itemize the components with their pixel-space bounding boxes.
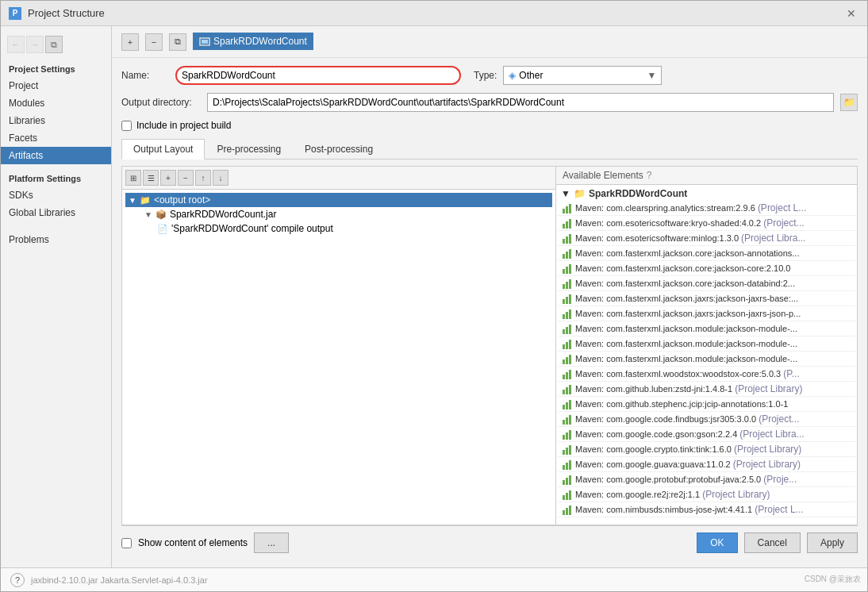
list-item[interactable]: Maven: com.fasterxml.jackson.core:jackso… xyxy=(558,276,855,291)
list-item[interactable]: Maven: com.fasterxml.jackson.core:jackso… xyxy=(558,261,855,276)
list-item[interactable]: Maven: com.esotericsoftware:minlog:1.3.0… xyxy=(558,231,855,246)
tab-output-layout[interactable]: Output Layout xyxy=(121,139,205,160)
type-icon: ◈ xyxy=(509,70,516,81)
group-expand-arrow: ▼ xyxy=(561,188,570,199)
root-label: <output root> xyxy=(154,194,210,206)
tree-layout-btn[interactable]: ⊞ xyxy=(125,170,141,186)
help-button[interactable]: ? xyxy=(10,573,25,587)
tree-remove-btn[interactable]: − xyxy=(178,170,194,186)
include-project-build-label[interactable]: Include in project build xyxy=(136,120,231,131)
copy-button[interactable]: ⧉ xyxy=(45,36,63,53)
cancel-button[interactable]: Cancel xyxy=(744,532,801,553)
artifact-name: SparkRDDWordCount xyxy=(213,36,307,47)
list-item[interactable]: Maven: com.google.protobuf:protobuf-java… xyxy=(558,472,855,487)
tabs: Output Layout Pre-processing Post-proces… xyxy=(121,139,858,160)
ok-button[interactable]: OK xyxy=(697,532,737,553)
avail-item-text: Maven: com.fasterxml.jackson.core:jackso… xyxy=(575,279,795,288)
remove-artifact-button[interactable]: − xyxy=(145,33,163,51)
tab-post-processing[interactable]: Post-processing xyxy=(293,139,385,159)
apply-button[interactable]: Apply xyxy=(807,532,858,553)
sidebar-item-project[interactable]: Project xyxy=(1,77,111,94)
show-content-label[interactable]: Show content of elements xyxy=(138,537,248,548)
show-content-checkbox[interactable] xyxy=(121,538,132,548)
list-item[interactable]: Maven: com.github.luben:zstd-jni:1.4.8-1… xyxy=(558,382,855,397)
output-dir-browse-button[interactable]: 📁 xyxy=(840,94,858,111)
list-item[interactable]: Maven: com.google.crypto.tink:tink:1.6.0… xyxy=(558,442,855,457)
sidebar-item-modules[interactable]: Modules xyxy=(1,94,111,112)
maven-icon xyxy=(561,293,572,304)
list-item[interactable]: Maven: com.fasterxml.jackson.core:jackso… xyxy=(558,246,855,261)
list-item[interactable]: Maven: com.esotericsoftware:kryo-shaded:… xyxy=(558,216,855,231)
maven-icon xyxy=(561,429,572,440)
avail-item-text: Maven: com.fasterxml.jackson.jaxrs:jacks… xyxy=(575,294,798,303)
back-button[interactable]: ← xyxy=(7,36,25,53)
bottom-bar: Show content of elements ... OK Cancel A… xyxy=(121,525,858,559)
sidebar-item-sdks[interactable]: SDKs xyxy=(1,186,111,204)
tab-pre-processing[interactable]: Pre-processing xyxy=(205,139,293,159)
list-item[interactable]: Maven: com.clearspring.analytics:stream:… xyxy=(558,201,855,216)
status-bar: ? jaxbind-2.10.0.jar Jakarta.Servlet-api… xyxy=(1,567,867,591)
name-input[interactable] xyxy=(175,66,461,85)
sidebar-item-facets[interactable]: Facets xyxy=(1,129,111,147)
avail-item-text: Maven: com.fasterxml.jackson.module:jack… xyxy=(575,354,797,363)
avail-item-text: Maven: com.google.protobuf:protobuf-java… xyxy=(575,474,797,485)
svg-rect-1 xyxy=(202,40,208,44)
tree-up-btn[interactable]: ↑ xyxy=(195,170,211,186)
output-dir-label: Output directory: xyxy=(121,97,201,108)
avail-item-text: Maven: com.google.code.findbugs:jsr305:3… xyxy=(575,413,800,425)
list-item[interactable]: Maven: com.fasterxml.woodstox:woodstox-c… xyxy=(558,367,855,382)
compile-icon: 📄 xyxy=(157,224,168,234)
list-item[interactable]: Maven: com.fasterxml.jackson.module:jack… xyxy=(558,321,855,336)
tree-list-btn[interactable]: ☰ xyxy=(143,170,159,186)
list-item[interactable]: Maven: com.fasterxml.jackson.module:jack… xyxy=(558,352,855,367)
root-expand-arrow: ▼ xyxy=(129,196,136,205)
output-dir-input[interactable] xyxy=(207,93,834,112)
title-bar-left: P Project Structure xyxy=(9,7,105,20)
list-item[interactable]: Maven: com.google.code.findbugs:jsr305:3… xyxy=(558,412,855,427)
type-select[interactable]: ◈ Other ▼ xyxy=(503,66,662,85)
list-item[interactable]: Maven: com.fasterxml.jackson.module:jack… xyxy=(558,336,855,352)
include-project-build-checkbox[interactable] xyxy=(121,121,132,131)
list-item[interactable]: Maven: com.google.guava:guava:11.0.2 (Pr… xyxy=(558,457,855,472)
maven-icon xyxy=(561,202,572,213)
forward-button[interactable]: → xyxy=(26,36,44,53)
main-content: + − ⧉ SparkRDDWordCount Name: xyxy=(112,26,867,567)
project-settings-header: Project Settings xyxy=(1,60,111,77)
tree-down-btn[interactable]: ↓ xyxy=(213,170,229,186)
list-item[interactable]: Maven: com.nimbusds:nimbus-jose-jwt:4.41… xyxy=(558,502,855,517)
type-dropdown-arrow: ▼ xyxy=(647,70,656,81)
list-item[interactable]: Maven: com.github.stephenc.jcip:jcip-ann… xyxy=(558,397,855,412)
artifact-entry[interactable]: SparkRDDWordCount xyxy=(193,33,313,51)
sidebar-item-artifacts[interactable]: Artifacts xyxy=(1,147,111,164)
maven-icon xyxy=(561,398,572,409)
compile-label: 'SparkRDDWordCount' compile output xyxy=(171,223,333,234)
avail-group-sparkrdd[interactable]: ▼ 📁 SparkRDDWordCount xyxy=(558,186,855,201)
tree-compile-container: 📄 'SparkRDDWordCount' compile output xyxy=(125,221,552,236)
jar-label: SparkRDDWordCount.jar xyxy=(170,209,277,220)
list-item[interactable]: Maven: com.google.code.gson:gson:2.2.4 (… xyxy=(558,427,855,442)
avail-item-text: Maven: com.fasterxml.jackson.jaxrs:jacks… xyxy=(575,309,801,318)
add-artifact-button[interactable]: + xyxy=(121,33,139,51)
list-item[interactable]: Maven: com.google.re2j:re2j:1.1 (Project… xyxy=(558,487,855,502)
maven-icon xyxy=(561,233,572,244)
list-item[interactable]: Maven: com.fasterxml.jackson.jaxrs:jacks… xyxy=(558,291,855,306)
sidebar-item-problems[interactable]: Problems xyxy=(1,231,111,248)
list-item[interactable]: Maven: com.fasterxml.jackson.jaxrs:jacks… xyxy=(558,306,855,321)
sidebar-item-libraries[interactable]: Libraries xyxy=(1,112,111,129)
available-elements-header: Available Elements ? xyxy=(556,167,857,185)
available-elements-label: Available Elements xyxy=(563,170,643,181)
split-pane: ⊞ ☰ + − ↑ ↓ ▼ 📁 <output root> xyxy=(121,166,858,525)
tree-add-btn[interactable]: + xyxy=(160,170,176,186)
tree-jar-node[interactable]: ▼ 📦 SparkRDDWordCount.jar xyxy=(141,207,552,221)
copy-artifact-button[interactable]: ⧉ xyxy=(169,33,186,51)
sidebar-item-global-libraries[interactable]: Global Libraries xyxy=(1,204,111,221)
ellipsis-button[interactable]: ... xyxy=(254,532,289,553)
maven-icon xyxy=(561,444,572,455)
tree-root-node[interactable]: ▼ 📁 <output root> xyxy=(125,193,552,207)
avail-item-text: Maven: com.fasterxml.jackson.module:jack… xyxy=(575,324,797,333)
artifact-icon xyxy=(199,36,210,47)
root-icon: 📁 xyxy=(140,195,151,206)
close-button[interactable]: ✕ xyxy=(843,6,859,21)
maven-icon xyxy=(561,368,572,379)
tree-compile-node[interactable]: 📄 'SparkRDDWordCount' compile output xyxy=(154,221,552,236)
